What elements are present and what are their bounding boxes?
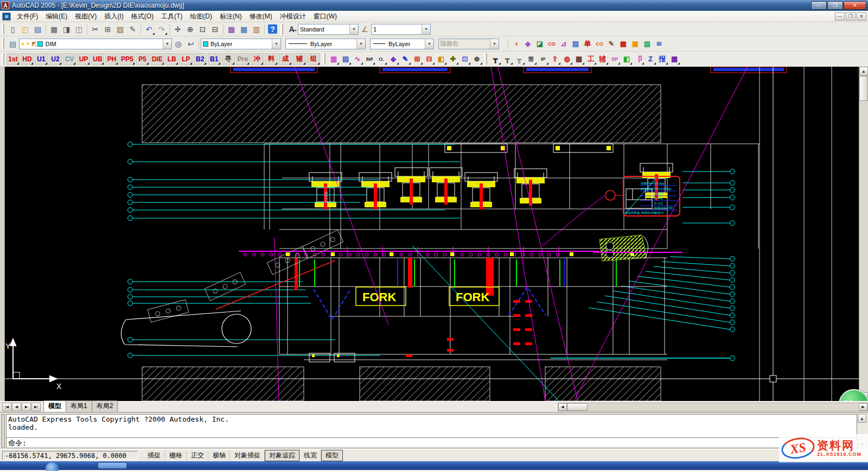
die-button-up[interactable]: UP [77,53,90,65]
zoom-window-button[interactable]: ⊡ [196,23,209,35]
punch-tool-10-button[interactable]: 辅 [597,53,609,65]
menu-item-11[interactable]: 窗口(W) [310,11,341,22]
props-tool-7-button[interactable]: 单 [582,38,593,50]
status-toggle-栅格[interactable]: 栅格 [165,450,187,461]
cut-button[interactable]: ✂ [89,23,101,35]
menu-item-3[interactable]: 视图(V) [71,11,100,22]
dim-tool-12-button[interactable]: ⊡ [459,53,471,65]
properties-button[interactable]: ▩ [225,23,238,35]
die-button-1st[interactable]: 1st [7,53,20,65]
props-tool-8-button[interactable]: CO [593,38,605,50]
punch-tool-6-button[interactable]: ⇧ [549,53,561,65]
status-toggle-极轴[interactable]: 极轴 [208,450,230,461]
die-button-b1[interactable]: B1 [208,53,221,65]
scroll-up-icon[interactable]: ▲ [858,414,866,423]
die-button-辅[interactable]: 辅 [293,53,306,65]
horizontal-scrollbar[interactable]: ◀ ▶ [558,403,868,411]
status-toggle-捕捉[interactable]: 捕捉 [143,450,165,461]
punch-tool-12-button[interactable]: ◧ [621,53,633,65]
punch-tool-2-button[interactable]: ┳ [501,53,513,65]
die-button-cv[interactable]: CV [63,53,76,65]
layer-on-icon[interactable]: ● [21,41,24,47]
die-button-pp5[interactable]: PP5 [119,53,135,65]
menu-item-10[interactable]: 冲模设计 [276,11,310,22]
restore-button[interactable]: ❐ [827,1,843,10]
dim-tool-6-button[interactable]: ◆ [387,53,399,65]
props-tool-10-button[interactable]: ▩ [617,38,629,50]
punch-tool-4-button[interactable]: ≣ [525,53,537,65]
dim-scale-combo[interactable]: 1 ▼ [371,24,431,35]
chevron-down-icon[interactable]: ▼ [422,24,430,34]
copy-button[interactable]: ⊞ [101,23,114,35]
chevron-down-icon[interactable]: ▼ [490,39,499,49]
toolbar-grip[interactable] [2,24,4,35]
menu-item-4[interactable]: 插入(I) [100,11,127,22]
new-button[interactable]: ▯ [7,23,19,35]
menu-item-5[interactable]: 格式(O) [127,11,157,22]
die-button-lp[interactable]: LP [180,53,193,65]
dim-tool-13-button[interactable]: ⊕ [471,53,483,65]
status-toggle-对象追踪[interactable]: 对象追踪 [265,450,299,461]
dim-tool-10-button[interactable]: ◧ [435,53,447,65]
drawing-canvas[interactable]: 210.8 [0,67,868,401]
scroll-up-icon[interactable]: ▲ [859,67,868,75]
props-tool-2-button[interactable]: ◆ [522,38,534,50]
punch-tool-7-button[interactable]: ◍ [561,53,573,65]
punch-tool-8-button[interactable]: ▦ [573,53,585,65]
chevron-down-icon[interactable]: ▼ [356,39,365,49]
chevron-down-icon[interactable]: ▼ [272,39,280,49]
scroll-right-icon[interactable]: ▶ [859,403,867,411]
tool-palettes-button[interactable]: ▥ [250,23,263,35]
dim-tool-8-button[interactable]: ⊞ [411,53,423,65]
chevron-down-icon[interactable]: ▼ [349,24,358,34]
layer-lock-icon[interactable]: ◩ [31,41,36,47]
horizontal-scroll-thumb[interactable] [567,403,588,411]
dim-tool-1-button[interactable]: ▥ [328,53,340,65]
menu-item-6[interactable]: 工具(T) [157,11,186,22]
zoom-previous-button[interactable]: ⊟ [209,23,221,35]
punch-tool-5-button[interactable]: IP [537,53,549,65]
status-toggle-正交[interactable]: 正交 [187,450,208,461]
tab-prev-icon[interactable]: ◀ [12,403,21,411]
punch-tool-11-button[interactable]: SP [609,53,621,65]
layer-freeze-icon[interactable]: ☀ [25,41,30,47]
die-button-ph[interactable]: PH [105,53,118,65]
toolbar-grip[interactable] [2,53,4,65]
toolbar-grip[interactable] [280,24,283,35]
zoom-realtime-button[interactable]: ⊕ [184,23,196,35]
layer-manager-icon[interactable]: ▤ [7,37,19,50]
toolbar-grip[interactable] [323,53,326,65]
dim-tool-4-button[interactable]: 8⇄ [363,53,375,65]
help-button[interactable]: ? [266,23,279,35]
dim-tool-11-button[interactable]: ✚ [447,53,459,65]
chevron-down-icon[interactable]: ▼ [425,39,433,49]
props-tool-11-button[interactable]: ▦ [629,38,641,50]
props-tool-4-button[interactable]: CO [546,38,558,50]
menu-item-7[interactable]: 绘图(D) [186,11,216,22]
die-button-寻[interactable]: 寻 [222,53,235,65]
punch-tool-16-button[interactable]: ▦ [668,53,680,65]
props-tool-5-button[interactable]: ⊿ [558,38,570,50]
tab-布局1[interactable]: 布局1 [66,400,92,412]
die-button-die[interactable]: DIE [150,53,164,65]
die-button-u2[interactable]: U2 [49,53,62,65]
match-properties-button[interactable]: ✎ [126,23,139,35]
status-toggle-对象捕捉[interactable]: 对象捕捉 [230,450,265,461]
die-button-b2[interactable]: B2 [194,53,207,65]
vertical-scrollbar[interactable]: ▲ ▼ [859,67,868,401]
undo-button[interactable]: ↶ [143,23,155,35]
die-button-成[interactable]: 成 [279,53,292,65]
scroll-left-icon[interactable]: ◀ [558,403,567,411]
die-button-hd[interactable]: HD [21,53,34,65]
toolbar-grip[interactable] [2,38,4,50]
die-button-ub[interactable]: UB [91,53,104,65]
tab-last-icon[interactable]: ▶| [31,403,41,411]
props-tool-12-button[interactable]: ▧ [641,38,653,50]
punch-tool-9-button[interactable]: 工 [585,53,597,65]
punch-tool-13-button[interactable]: 卩 [633,53,644,65]
redo-button[interactable]: ↷ [155,23,168,35]
plot-preview-button[interactable]: ◨ [60,23,73,35]
publish-button[interactable]: ◫ [73,23,85,35]
punch-tool-3-button[interactable]: ╥ [513,53,525,65]
tab-next-icon[interactable]: ▶ [22,403,31,411]
